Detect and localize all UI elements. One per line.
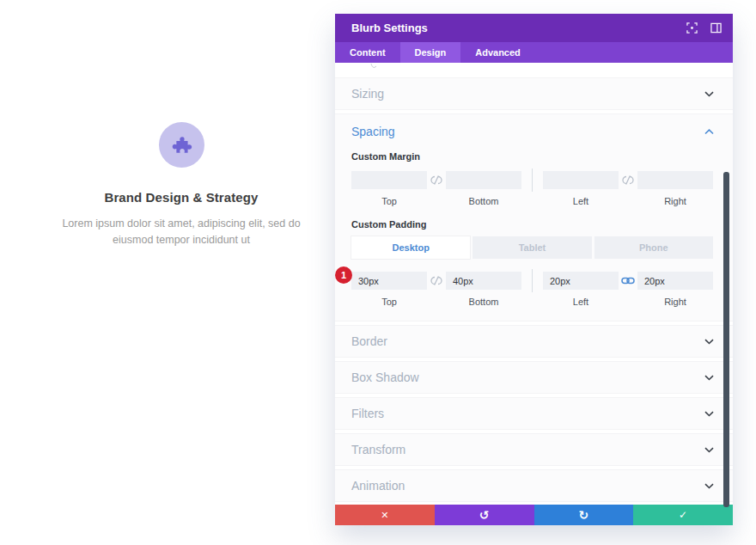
margin-unlink-icon[interactable] [427, 175, 446, 185]
section-toggle-filters[interactable]: Filters [335, 397, 733, 430]
redo-icon: ↻ [579, 508, 589, 522]
chevron-down-icon [704, 375, 714, 381]
device-tab-tablet[interactable]: Tablet [472, 236, 591, 259]
blurb-settings-modal: Blurb Settings Content Design Advanced [335, 14, 733, 525]
discard-button[interactable]: ✕ [335, 505, 435, 525]
save-button[interactable]: ✓ [633, 505, 733, 525]
chevron-down-icon [704, 483, 714, 489]
field-label-left: Left [543, 297, 619, 307]
field-label-left: Left [543, 196, 619, 206]
settings-tabbar: Content Design Advanced [335, 42, 733, 63]
check-icon: ✓ [679, 509, 687, 521]
custom-margin-label: Custom Margin [351, 151, 713, 162]
margin-bottom-input[interactable] [446, 171, 521, 189]
padding-left-input[interactable] [543, 272, 619, 290]
padding-top-input[interactable] [351, 272, 427, 290]
section-label: Spacing [351, 125, 395, 138]
blurb-preview: Brand Design & Strategy Lorem ipsum dolo… [41, 122, 321, 248]
undo-icon: ↺ [479, 508, 490, 522]
padding-field-labels: Top Bottom Left Right [351, 297, 713, 307]
section-label: Filters [351, 407, 384, 420]
field-label-right: Right [637, 196, 713, 206]
section-label: Sizing [351, 87, 384, 101]
chevron-up-icon [704, 129, 714, 135]
margin-unlink-icon[interactable] [619, 175, 637, 185]
section-label: Border [351, 334, 387, 348]
section-spacing: Spacing Custom Margin [335, 113, 733, 321]
focus-preview-icon[interactable] [686, 22, 698, 34]
padding-bottom-input[interactable] [446, 272, 521, 290]
chevron-down-icon [704, 447, 714, 453]
margin-field-labels: Top Bottom Left Right [351, 196, 713, 206]
device-tab-phone[interactable]: Phone [594, 236, 713, 259]
redo-button[interactable]: ↻ [534, 505, 634, 525]
section-toggle-sizing[interactable]: Sizing [335, 77, 733, 110]
custom-padding-label: Custom Padding [351, 219, 713, 230]
field-label-bottom: Bottom [446, 297, 521, 307]
margin-inputs-row [351, 168, 713, 192]
margin-left-input[interactable] [543, 171, 619, 189]
settings-scroll-area[interactable]: Sizing Spacing Custom Margin [335, 63, 733, 505]
inputs-divider [532, 269, 533, 292]
margin-right-input[interactable] [637, 171, 713, 189]
modal-title: Blurb Settings [351, 21, 686, 34]
modal-header[interactable]: Blurb Settings [335, 14, 733, 42]
section-label: Transform [351, 443, 405, 456]
blurb-icon-circle [159, 122, 204, 168]
chevron-down-icon [704, 339, 714, 345]
section-toggle-animation[interactable]: Animation [335, 469, 733, 502]
section-toggle-transform[interactable]: Transform [335, 433, 733, 466]
padding-link-icon[interactable] [619, 276, 637, 285]
tab-advanced[interactable]: Advanced [460, 42, 535, 63]
chevron-down-icon [704, 91, 714, 97]
blurb-title: Brand Design & Strategy [41, 190, 321, 205]
section-label: Animation [351, 479, 405, 493]
margin-top-input[interactable] [351, 171, 427, 189]
section-label: Box Shadow [351, 370, 419, 384]
clipped-text-artifact [370, 64, 377, 70]
scrollbar-thumb[interactable] [723, 172, 729, 507]
field-label-right: Right [637, 297, 713, 307]
device-tab-desktop[interactable]: Desktop [351, 236, 470, 259]
padding-inputs-row: 1 [351, 269, 713, 292]
blurb-body-text: Lorem ipsum dolor sit amet, adipiscing e… [41, 216, 321, 248]
tab-content[interactable]: Content [335, 42, 400, 63]
tour-step-badge[interactable]: 1 [335, 266, 352, 284]
puzzle-piece-icon [170, 134, 192, 156]
x-icon: ✕ [381, 510, 388, 521]
section-toggle-box-shadow[interactable]: Box Shadow [335, 361, 733, 394]
responsive-device-tabs: Desktop Tablet Phone [351, 236, 713, 259]
padding-right-input[interactable] [637, 272, 713, 290]
section-toggle-border[interactable]: Border [335, 325, 733, 358]
chevron-down-icon [704, 411, 714, 417]
field-label-bottom: Bottom [446, 196, 521, 206]
undo-button[interactable]: ↺ [435, 505, 534, 525]
modal-footer: ✕ ↺ ↻ ✓ [335, 505, 733, 525]
field-label-top: Top [351, 196, 427, 206]
tab-design[interactable]: Design [400, 42, 461, 63]
section-toggle-spacing[interactable]: Spacing [351, 114, 714, 149]
inputs-divider [532, 168, 533, 192]
split-panel-icon[interactable] [710, 22, 722, 34]
field-label-top: Top [351, 297, 427, 307]
padding-unlink-icon[interactable] [427, 276, 446, 285]
